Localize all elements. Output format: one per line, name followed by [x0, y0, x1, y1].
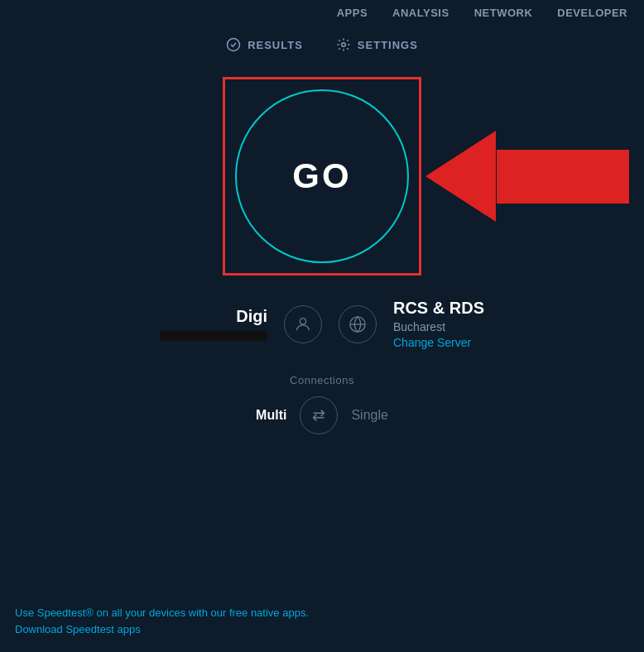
isp-name: Digi — [236, 307, 267, 326]
connections-section: Connections Multi Single — [0, 374, 644, 434]
svg-point-0 — [228, 39, 240, 51]
isp-info: Digi — [160, 307, 267, 341]
server-info: RCS & RDS Bucharest Change Server — [393, 299, 484, 349]
user-icon — [294, 315, 312, 333]
user-icon-circle — [284, 305, 322, 343]
nav-apps[interactable]: Apps — [337, 7, 368, 19]
bottom-sub-text: Download Speedtest apps — [15, 621, 629, 638]
nav-analysis[interactable]: Analysis — [392, 7, 449, 19]
isp-bar — [160, 331, 267, 341]
info-section: Digi RCS & RDS Bucharest Change Server — [0, 299, 644, 349]
tab-results[interactable]: RESULTS — [226, 37, 303, 52]
arrows-icon — [310, 406, 328, 424]
tab-settings[interactable]: SETTINGS — [336, 37, 418, 52]
change-server-link[interactable]: Change Server — [393, 336, 484, 349]
connections-label: Connections — [290, 374, 354, 386]
go-button[interactable]: GO — [223, 77, 421, 276]
go-label: GO — [292, 156, 351, 196]
nav-network[interactable]: Network — [474, 7, 533, 19]
top-nav: Apps Analysis Network Developer — [0, 0, 644, 26]
globe-icon-circle — [339, 305, 377, 343]
conn-single[interactable]: Single — [351, 408, 387, 423]
connections-toggle-icon[interactable] — [300, 396, 338, 434]
svg-point-1 — [342, 43, 346, 47]
server-location: Bucharest — [393, 320, 484, 333]
bottom-section: Use Speedtest® on all your devices with … — [15, 605, 629, 637]
go-area: GO — [0, 77, 644, 276]
download-apps-link[interactable]: Download Speedtest apps — [15, 623, 141, 635]
bottom-main-text: Use Speedtest® on all your devices with … — [15, 605, 629, 621]
arrow-head — [425, 131, 496, 222]
secondary-nav: RESULTS SETTINGS — [0, 26, 644, 60]
server-name: RCS & RDS — [393, 299, 484, 318]
gear-icon — [336, 37, 351, 52]
red-arrow — [426, 131, 629, 222]
svg-point-2 — [300, 318, 305, 324]
globe-icon — [348, 315, 367, 333]
go-circle[interactable]: GO — [235, 89, 409, 263]
check-circle-icon — [226, 37, 241, 52]
nav-developer[interactable]: Developer — [557, 7, 627, 19]
arrow-body — [497, 150, 629, 204]
connections-toggle: Multi Single — [256, 396, 388, 434]
conn-multi[interactable]: Multi — [256, 408, 286, 423]
